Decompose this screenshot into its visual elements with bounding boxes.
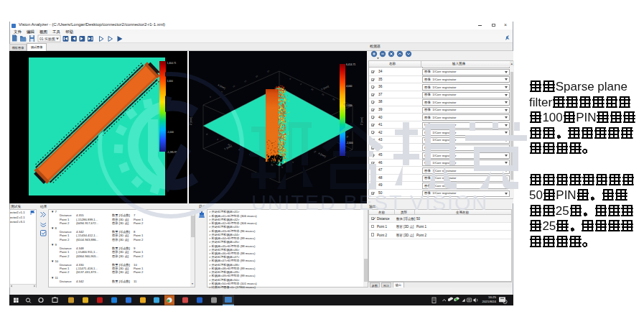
svg-text:UNITED BEST VISION: UNITED BEST VISION [251,191,488,214]
